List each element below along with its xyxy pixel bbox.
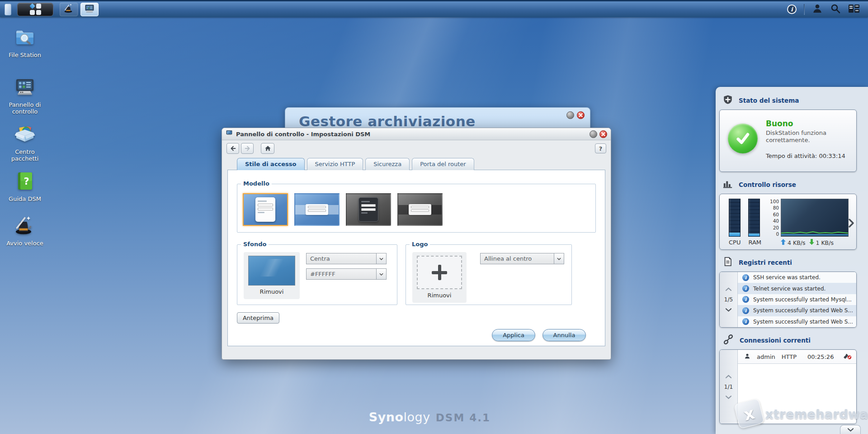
disconnect-icon[interactable] — [843, 353, 852, 361]
pager-up-icon[interactable] — [724, 286, 733, 292]
system-status-card: Buono DiskStation funziona correttamente… — [719, 110, 857, 172]
tab-stile-di-accesso[interactable]: Stile di accesso — [237, 158, 305, 170]
shield-icon — [723, 95, 733, 106]
background-image-thumbnail[interactable] — [248, 256, 295, 286]
preview-button[interactable]: Anteprima — [237, 312, 279, 324]
desktop-icon-label: Avvio veloce — [1, 240, 49, 247]
tab-servizio-http[interactable]: Servizio HTTP — [307, 158, 363, 170]
home-button[interactable] — [261, 143, 274, 154]
upload-rate: 4 KB/s — [788, 239, 805, 246]
chevron-right-icon[interactable] — [849, 219, 854, 229]
package-center-icon — [14, 123, 36, 145]
info-icon[interactable]: i — [787, 5, 797, 14]
recent-logs-card: 1/5 iSSH service was started. iTelnet se… — [719, 272, 857, 328]
log-document-icon — [723, 257, 733, 268]
widgets-collapse-button[interactable] — [840, 425, 861, 434]
desktop-icon-label: File Station — [1, 52, 49, 59]
download-rate: 1 KB/s — [816, 239, 834, 246]
apply-button[interactable]: Applica — [492, 329, 535, 341]
recent-logs-title: Registri recenti — [739, 259, 792, 266]
current-connections-title: Connessioni correnti — [740, 337, 811, 344]
desktop-icon-quick-start[interactable]: Avvio veloce — [1, 215, 49, 247]
desktop-icon-label: Guida DSM — [1, 196, 49, 203]
background-position-select[interactable]: Centra — [306, 253, 387, 264]
log-entry: iSSH service was started. — [738, 272, 856, 283]
logs-pager: 1/5 — [720, 272, 738, 327]
modello-group: Modello — [237, 184, 596, 233]
log-entry: iSystem successfully started Web S... — [738, 316, 856, 327]
desktop-icon-label: Centro pacchetti — [1, 149, 49, 162]
network-traffic-graph — [781, 199, 849, 237]
taskbar-divider — [804, 4, 805, 15]
remove-background-button[interactable]: Rimuovi — [248, 288, 295, 295]
bar-chart-icon — [723, 179, 733, 191]
minimize-button[interactable] — [590, 130, 597, 138]
taskbar: i — [0, 0, 868, 17]
chevron-down-icon — [554, 253, 564, 264]
back-button[interactable] — [226, 143, 239, 154]
file-station-icon — [14, 26, 36, 48]
dsm-version: DSM 4.1 — [436, 412, 491, 424]
close-button[interactable] — [599, 130, 607, 138]
template-thumbnail-blue-stripe[interactable] — [294, 193, 340, 226]
desktop-icon-control-panel[interactable]: Pannello di controllo — [1, 76, 49, 115]
dsm-settings-dialog: Pannello di controllo - Impostazioni DSM… — [222, 128, 611, 360]
cancel-button[interactable]: Annulla — [542, 329, 586, 341]
sfondo-legend: Sfondo — [241, 241, 269, 248]
dialog-title: Pannello di controllo - Impostazioni DSM — [236, 131, 370, 138]
storage-manager-title: Gestore archiviazione — [299, 113, 476, 129]
tab-sicurezza[interactable]: Sicurezza — [365, 158, 410, 170]
pager-down-icon[interactable] — [724, 394, 733, 401]
background-position-value: Centra — [307, 255, 376, 262]
taskbar-quick-launch-button[interactable] — [60, 3, 78, 16]
chevron-down-icon — [376, 269, 386, 279]
background-preview-well: Rimuovi — [244, 252, 300, 299]
desktop-icon-file-station[interactable]: File Station — [1, 26, 49, 59]
system-status-title: Stato del sistema — [739, 97, 799, 104]
magic-hat-icon — [63, 3, 74, 16]
resource-monitor-card: CPU RAM 100 80 60 40 20 0 — [719, 194, 857, 250]
status-ok-icon — [728, 124, 758, 153]
template-thumbnails — [243, 193, 590, 226]
dialog-tabs: Stile di accesso Servizio HTTP Sicurezza… — [237, 158, 611, 170]
show-desktop-button[interactable] — [5, 4, 11, 15]
xtremehardware-watermark: x xtremehardware.com — [736, 401, 868, 426]
help-book-icon: ? — [14, 170, 36, 192]
connection-protocol: HTTP — [782, 353, 797, 360]
close-button[interactable] — [577, 111, 585, 119]
desktop-icon-package-center[interactable]: Centro pacchetti — [1, 123, 49, 162]
remove-logo-button[interactable]: Rimuovi — [417, 292, 462, 299]
desktop-icon-dsm-help[interactable]: ? Guida DSM — [1, 170, 49, 203]
taskbar-control-panel-button[interactable] — [80, 3, 99, 16]
template-thumbnail-dark-stripe[interactable] — [397, 193, 443, 226]
xtremehardware-logo: x — [734, 398, 764, 429]
user-icon[interactable] — [812, 3, 823, 16]
info-icon: i — [742, 318, 749, 325]
forward-button-disabled[interactable] — [241, 143, 254, 154]
logo-upload-dropzone[interactable] — [417, 256, 462, 289]
control-panel-window-icon — [226, 129, 233, 138]
pager-down-icon[interactable] — [724, 307, 733, 313]
cpu-label: CPU — [729, 239, 741, 246]
connection-duration: 00:25:26 — [807, 353, 834, 360]
main-menu-button[interactable] — [17, 3, 53, 16]
help-button[interactable]: ? — [595, 143, 606, 153]
widgets-panel-icon[interactable] — [848, 3, 860, 16]
minimize-button[interactable] — [566, 111, 574, 119]
desktop: i File Station Pannello di controllo — [0, 0, 868, 434]
dialog-titlebar[interactable]: Pannello di controllo - Impostazioni DSM — [222, 128, 611, 140]
template-thumbnail-blue-card[interactable] — [243, 193, 288, 226]
synology-watermark: Synology DSM 4.1 — [369, 410, 491, 424]
network-graph-y-axis: 100 80 60 40 20 0 — [769, 199, 781, 237]
template-thumbnail-dark-card[interactable] — [346, 193, 391, 226]
tab-porta-del-router[interactable]: Porta del router — [412, 158, 474, 170]
main-menu-icon — [30, 4, 41, 15]
dialog-content: Modello — [227, 170, 605, 346]
pager-up-icon[interactable] — [724, 373, 733, 380]
download-arrow-icon — [809, 239, 814, 246]
background-color-value: #FFFFFF — [307, 271, 376, 277]
background-color-select[interactable]: #FFFFFF — [306, 268, 387, 280]
logo-align-select[interactable]: Allinea al centro — [480, 253, 564, 264]
info-icon: i — [742, 274, 749, 281]
search-icon[interactable] — [830, 3, 841, 16]
